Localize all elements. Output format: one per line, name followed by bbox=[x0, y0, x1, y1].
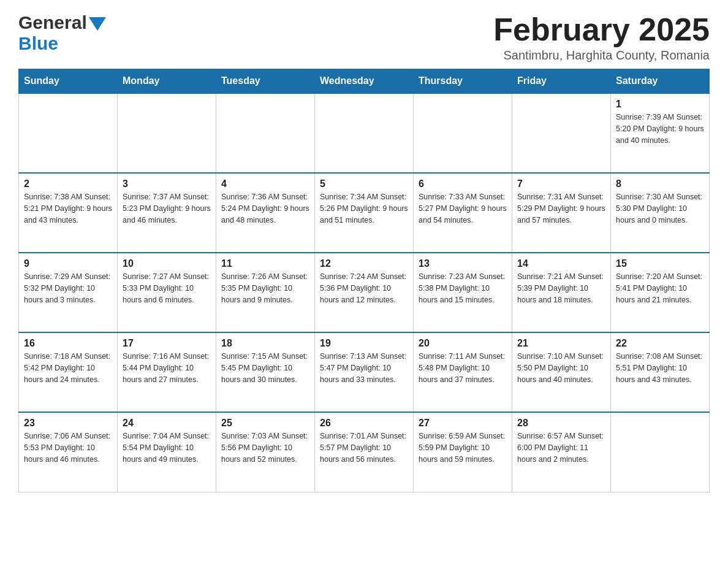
cell-week1-day0 bbox=[19, 93, 118, 173]
logo-general-text: General bbox=[18, 12, 87, 33]
day-info: Sunrise: 7:13 AM Sunset: 5:47 PM Dayligh… bbox=[320, 351, 408, 385]
day-info: Sunrise: 7:31 AM Sunset: 5:29 PM Dayligh… bbox=[517, 191, 605, 226]
day-number: 19 bbox=[320, 338, 408, 349]
cell-week2-day4: 6Sunrise: 7:33 AM Sunset: 5:27 PM Daylig… bbox=[414, 173, 512, 253]
day-number: 20 bbox=[419, 338, 507, 349]
cell-week5-day2: 25Sunrise: 7:03 AM Sunset: 5:56 PM Dayli… bbox=[216, 412, 315, 492]
cell-week5-day1: 24Sunrise: 7:04 AM Sunset: 5:54 PM Dayli… bbox=[118, 412, 216, 492]
day-number: 3 bbox=[123, 178, 211, 190]
cell-week4-day6: 22Sunrise: 7:08 AM Sunset: 5:51 PM Dayli… bbox=[611, 332, 710, 412]
week-row-1: 1Sunrise: 7:39 AM Sunset: 5:20 PM Daylig… bbox=[19, 93, 710, 173]
cell-week3-day3: 12Sunrise: 7:24 AM Sunset: 5:36 PM Dayli… bbox=[315, 253, 414, 332]
day-number: 11 bbox=[221, 258, 309, 269]
day-info: Sunrise: 7:23 AM Sunset: 5:38 PM Dayligh… bbox=[419, 271, 507, 305]
day-info: Sunrise: 7:06 AM Sunset: 5:53 PM Dayligh… bbox=[24, 431, 112, 465]
day-number: 27 bbox=[419, 418, 507, 429]
day-number: 1 bbox=[616, 99, 704, 110]
cell-week5-day5: 28Sunrise: 6:57 AM Sunset: 6:00 PM Dayli… bbox=[512, 412, 611, 492]
day-info: Sunrise: 7:03 AM Sunset: 5:56 PM Dayligh… bbox=[221, 431, 309, 465]
day-info: Sunrise: 7:33 AM Sunset: 5:27 PM Dayligh… bbox=[419, 191, 507, 226]
day-info: Sunrise: 6:59 AM Sunset: 5:59 PM Dayligh… bbox=[419, 431, 507, 465]
day-number: 18 bbox=[221, 338, 309, 349]
col-saturday: Saturday bbox=[611, 69, 710, 94]
location: Santimbru, Harghita County, Romania bbox=[493, 48, 710, 63]
cell-week1-day6: 1Sunrise: 7:39 AM Sunset: 5:20 PM Daylig… bbox=[611, 93, 710, 173]
day-info: Sunrise: 7:04 AM Sunset: 5:54 PM Dayligh… bbox=[123, 431, 211, 465]
day-info: Sunrise: 7:10 AM Sunset: 5:50 PM Dayligh… bbox=[517, 351, 605, 385]
cell-week4-day5: 21Sunrise: 7:10 AM Sunset: 5:50 PM Dayli… bbox=[512, 332, 611, 412]
day-number: 23 bbox=[24, 418, 112, 429]
day-info: Sunrise: 7:36 AM Sunset: 5:24 PM Dayligh… bbox=[221, 191, 309, 226]
week-row-2: 2Sunrise: 7:38 AM Sunset: 5:21 PM Daylig… bbox=[19, 173, 710, 253]
cell-week3-day6: 15Sunrise: 7:20 AM Sunset: 5:41 PM Dayli… bbox=[611, 253, 710, 332]
week-row-5: 23Sunrise: 7:06 AM Sunset: 5:53 PM Dayli… bbox=[19, 412, 710, 492]
day-number: 21 bbox=[517, 338, 605, 349]
day-number: 22 bbox=[616, 338, 704, 349]
svg-marker-0 bbox=[89, 17, 106, 31]
month-title: February 2025 bbox=[493, 12, 710, 47]
cell-week3-day2: 11Sunrise: 7:26 AM Sunset: 5:35 PM Dayli… bbox=[216, 253, 315, 332]
day-number: 16 bbox=[24, 338, 112, 349]
logo: General Blue bbox=[18, 12, 106, 54]
cell-week2-day6: 8Sunrise: 7:30 AM Sunset: 5:30 PM Daylig… bbox=[611, 173, 710, 253]
calendar-header-row: Sunday Monday Tuesday Wednesday Thursday… bbox=[19, 69, 710, 94]
day-number: 14 bbox=[517, 258, 605, 269]
day-number: 8 bbox=[616, 178, 704, 190]
col-friday: Friday bbox=[512, 69, 611, 94]
day-number: 9 bbox=[24, 258, 112, 269]
cell-week3-day1: 10Sunrise: 7:27 AM Sunset: 5:33 PM Dayli… bbox=[118, 253, 216, 332]
day-info: Sunrise: 7:34 AM Sunset: 5:26 PM Dayligh… bbox=[320, 191, 408, 226]
cell-week5-day3: 26Sunrise: 7:01 AM Sunset: 5:57 PM Dayli… bbox=[315, 412, 414, 492]
day-info: Sunrise: 7:30 AM Sunset: 5:30 PM Dayligh… bbox=[616, 191, 704, 226]
day-number: 2 bbox=[24, 178, 112, 190]
cell-week1-day2 bbox=[216, 93, 315, 173]
day-info: Sunrise: 7:26 AM Sunset: 5:35 PM Dayligh… bbox=[221, 271, 309, 305]
day-info: Sunrise: 7:01 AM Sunset: 5:57 PM Dayligh… bbox=[320, 431, 408, 465]
day-info: Sunrise: 7:08 AM Sunset: 5:51 PM Dayligh… bbox=[616, 351, 704, 385]
cell-week4-day3: 19Sunrise: 7:13 AM Sunset: 5:47 PM Dayli… bbox=[315, 332, 414, 412]
cell-week4-day0: 16Sunrise: 7:18 AM Sunset: 5:42 PM Dayli… bbox=[19, 332, 118, 412]
title-section: February 2025 Santimbru, Harghita County… bbox=[493, 12, 710, 63]
day-info: Sunrise: 7:18 AM Sunset: 5:42 PM Dayligh… bbox=[24, 351, 112, 385]
day-number: 4 bbox=[221, 178, 309, 190]
col-sunday: Sunday bbox=[19, 69, 118, 94]
logo-arrow-icon bbox=[89, 17, 106, 31]
day-info: Sunrise: 7:29 AM Sunset: 5:32 PM Dayligh… bbox=[24, 271, 112, 305]
col-thursday: Thursday bbox=[414, 69, 512, 94]
cell-week2-day2: 4Sunrise: 7:36 AM Sunset: 5:24 PM Daylig… bbox=[216, 173, 315, 253]
day-info: Sunrise: 7:15 AM Sunset: 5:45 PM Dayligh… bbox=[221, 351, 309, 385]
cell-week1-day1 bbox=[118, 93, 216, 173]
day-number: 28 bbox=[517, 418, 605, 429]
cell-week2-day3: 5Sunrise: 7:34 AM Sunset: 5:26 PM Daylig… bbox=[315, 173, 414, 253]
day-number: 7 bbox=[517, 178, 605, 190]
cell-week2-day0: 2Sunrise: 7:38 AM Sunset: 5:21 PM Daylig… bbox=[19, 173, 118, 253]
cell-week3-day0: 9Sunrise: 7:29 AM Sunset: 5:32 PM Daylig… bbox=[19, 253, 118, 332]
cell-week4-day2: 18Sunrise: 7:15 AM Sunset: 5:45 PM Dayli… bbox=[216, 332, 315, 412]
day-info: Sunrise: 6:57 AM Sunset: 6:00 PM Dayligh… bbox=[517, 431, 605, 465]
day-info: Sunrise: 7:20 AM Sunset: 5:41 PM Dayligh… bbox=[616, 271, 704, 305]
week-row-3: 9Sunrise: 7:29 AM Sunset: 5:32 PM Daylig… bbox=[19, 253, 710, 332]
cell-week4-day1: 17Sunrise: 7:16 AM Sunset: 5:44 PM Dayli… bbox=[118, 332, 216, 412]
col-tuesday: Tuesday bbox=[216, 69, 315, 94]
day-number: 6 bbox=[419, 178, 507, 190]
cell-week2-day1: 3Sunrise: 7:37 AM Sunset: 5:23 PM Daylig… bbox=[118, 173, 216, 253]
cell-week5-day4: 27Sunrise: 6:59 AM Sunset: 5:59 PM Dayli… bbox=[414, 412, 512, 492]
cell-week3-day4: 13Sunrise: 7:23 AM Sunset: 5:38 PM Dayli… bbox=[414, 253, 512, 332]
cell-week5-day0: 23Sunrise: 7:06 AM Sunset: 5:53 PM Dayli… bbox=[19, 412, 118, 492]
cell-week1-day3 bbox=[315, 93, 414, 173]
day-number: 13 bbox=[419, 258, 507, 269]
cell-week5-day6 bbox=[611, 412, 710, 492]
day-info: Sunrise: 7:27 AM Sunset: 5:33 PM Dayligh… bbox=[123, 271, 211, 305]
cell-week1-day5 bbox=[512, 93, 611, 173]
day-number: 15 bbox=[616, 258, 704, 269]
day-info: Sunrise: 7:11 AM Sunset: 5:48 PM Dayligh… bbox=[419, 351, 507, 385]
day-number: 17 bbox=[123, 338, 211, 349]
cell-week2-day5: 7Sunrise: 7:31 AM Sunset: 5:29 PM Daylig… bbox=[512, 173, 611, 253]
day-number: 24 bbox=[123, 418, 211, 429]
day-info: Sunrise: 7:24 AM Sunset: 5:36 PM Dayligh… bbox=[320, 271, 408, 305]
col-monday: Monday bbox=[118, 69, 216, 94]
calendar-table: Sunday Monday Tuesday Wednesday Thursday… bbox=[18, 69, 710, 492]
day-number: 5 bbox=[320, 178, 408, 190]
col-wednesday: Wednesday bbox=[315, 69, 414, 94]
day-info: Sunrise: 7:38 AM Sunset: 5:21 PM Dayligh… bbox=[24, 191, 112, 226]
